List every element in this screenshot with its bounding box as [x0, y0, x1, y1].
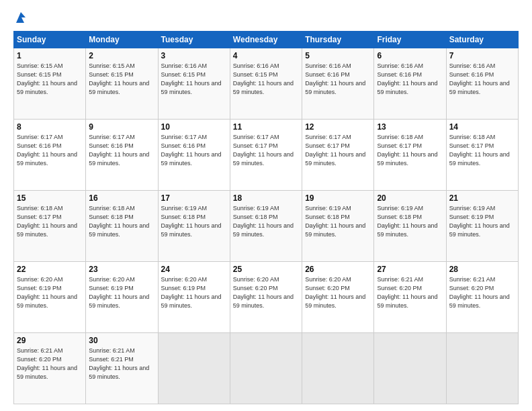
day-number: 12 — [305, 122, 371, 132]
calendar-cell: 3Sunrise: 6:16 AMSunset: 6:15 PMDaylight… — [158, 48, 230, 119]
day-number: 10 — [161, 122, 227, 132]
calendar-cell: 20Sunrise: 6:19 AMSunset: 6:18 PMDayligh… — [374, 190, 446, 261]
calendar-cell: 15Sunrise: 6:18 AMSunset: 6:17 PMDayligh… — [14, 190, 86, 261]
calendar-cell: 22Sunrise: 6:20 AMSunset: 6:19 PMDayligh… — [14, 261, 86, 332]
calendar-cell: 29Sunrise: 6:21 AMSunset: 6:20 PMDayligh… — [14, 332, 86, 404]
calendar-header-friday: Friday — [374, 31, 446, 48]
day-number: 17 — [161, 193, 227, 203]
calendar-week-row: 8Sunrise: 6:17 AMSunset: 6:16 PMDaylight… — [14, 119, 519, 190]
calendar-table: SundayMondayTuesdayWednesdayThursdayFrid… — [13, 31, 519, 404]
day-number: 29 — [17, 336, 83, 345]
day-number: 8 — [17, 122, 83, 132]
day-number: 13 — [377, 122, 443, 132]
day-info: Sunrise: 6:21 AMSunset: 6:20 PMDaylight:… — [377, 275, 443, 310]
day-number: 14 — [449, 122, 515, 132]
calendar-cell: 23Sunrise: 6:20 AMSunset: 6:19 PMDayligh… — [86, 261, 158, 332]
day-info: Sunrise: 6:20 AMSunset: 6:19 PMDaylight:… — [161, 275, 227, 310]
calendar-week-row: 22Sunrise: 6:20 AMSunset: 6:19 PMDayligh… — [14, 261, 519, 332]
day-info: Sunrise: 6:17 AMSunset: 6:16 PMDaylight:… — [89, 133, 154, 168]
logo — [13, 12, 27, 24]
calendar-header-thursday: Thursday — [302, 31, 374, 48]
calendar-cell: 4Sunrise: 6:16 AMSunset: 6:15 PMDaylight… — [230, 48, 302, 119]
calendar-cell: 1Sunrise: 6:15 AMSunset: 6:15 PMDaylight… — [14, 48, 86, 119]
calendar-cell: 28Sunrise: 6:21 AMSunset: 6:20 PMDayligh… — [446, 261, 518, 332]
calendar-cell: 2Sunrise: 6:15 AMSunset: 6:15 PMDaylight… — [86, 48, 158, 119]
day-number: 6 — [377, 51, 443, 60]
calendar-header-row: SundayMondayTuesdayWednesdayThursdayFrid… — [14, 31, 519, 48]
day-number: 3 — [161, 51, 227, 60]
day-info: Sunrise: 6:21 AMSunset: 6:21 PMDaylight:… — [89, 347, 154, 381]
day-number: 28 — [449, 265, 515, 274]
day-number: 26 — [305, 265, 371, 274]
day-info: Sunrise: 6:20 AMSunset: 6:20 PMDaylight:… — [305, 275, 371, 310]
svg-marker-0 — [16, 12, 26, 23]
calendar-header-saturday: Saturday — [446, 31, 518, 48]
day-number: 19 — [305, 193, 371, 203]
day-info: Sunrise: 6:18 AMSunset: 6:17 PMDaylight:… — [17, 204, 83, 239]
day-number: 16 — [89, 193, 154, 203]
calendar-cell: 6Sunrise: 6:16 AMSunset: 6:16 PMDaylight… — [374, 48, 446, 119]
day-info: Sunrise: 6:19 AMSunset: 6:18 PMDaylight:… — [305, 204, 371, 239]
calendar-cell — [230, 332, 302, 404]
calendar-week-row: 29Sunrise: 6:21 AMSunset: 6:20 PMDayligh… — [14, 332, 519, 404]
calendar-cell: 21Sunrise: 6:19 AMSunset: 6:19 PMDayligh… — [446, 190, 518, 261]
calendar-cell: 24Sunrise: 6:20 AMSunset: 6:19 PMDayligh… — [158, 261, 230, 332]
calendar-header-sunday: Sunday — [14, 31, 86, 48]
day-info: Sunrise: 6:21 AMSunset: 6:20 PMDaylight:… — [17, 347, 83, 381]
day-info: Sunrise: 6:15 AMSunset: 6:15 PMDaylight:… — [89, 62, 154, 97]
day-info: Sunrise: 6:17 AMSunset: 6:17 PMDaylight:… — [305, 133, 371, 168]
day-number: 2 — [89, 51, 154, 60]
day-number: 27 — [377, 265, 443, 274]
day-number: 30 — [89, 336, 154, 345]
calendar-cell: 11Sunrise: 6:17 AMSunset: 6:17 PMDayligh… — [230, 119, 302, 190]
day-info: Sunrise: 6:16 AMSunset: 6:16 PMDaylight:… — [449, 62, 515, 97]
day-number: 4 — [233, 51, 299, 60]
day-number: 11 — [233, 122, 299, 132]
calendar-cell: 19Sunrise: 6:19 AMSunset: 6:18 PMDayligh… — [302, 190, 374, 261]
calendar-cell: 10Sunrise: 6:17 AMSunset: 6:16 PMDayligh… — [158, 119, 230, 190]
day-number: 9 — [89, 122, 154, 132]
day-number: 7 — [449, 51, 515, 60]
day-number: 1 — [17, 51, 83, 60]
day-number: 15 — [17, 193, 83, 203]
calendar-cell: 12Sunrise: 6:17 AMSunset: 6:17 PMDayligh… — [302, 119, 374, 190]
calendar-header-tuesday: Tuesday — [158, 31, 230, 48]
day-info: Sunrise: 6:17 AMSunset: 6:16 PMDaylight:… — [161, 133, 227, 168]
day-info: Sunrise: 6:15 AMSunset: 6:15 PMDaylight:… — [17, 62, 83, 97]
calendar-cell: 17Sunrise: 6:19 AMSunset: 6:18 PMDayligh… — [158, 190, 230, 261]
calendar-cell: 7Sunrise: 6:16 AMSunset: 6:16 PMDaylight… — [446, 48, 518, 119]
day-info: Sunrise: 6:16 AMSunset: 6:16 PMDaylight:… — [305, 62, 371, 97]
day-info: Sunrise: 6:19 AMSunset: 6:18 PMDaylight:… — [233, 204, 299, 239]
day-info: Sunrise: 6:16 AMSunset: 6:16 PMDaylight:… — [377, 62, 443, 97]
day-info: Sunrise: 6:20 AMSunset: 6:19 PMDaylight:… — [89, 275, 154, 310]
calendar-cell: 30Sunrise: 6:21 AMSunset: 6:21 PMDayligh… — [86, 332, 158, 404]
logo-text — [13, 12, 27, 26]
day-number: 21 — [449, 193, 515, 203]
day-number: 18 — [233, 193, 299, 203]
day-info: Sunrise: 6:18 AMSunset: 6:17 PMDaylight:… — [377, 133, 443, 168]
calendar-header-wednesday: Wednesday — [230, 31, 302, 48]
day-number: 20 — [377, 193, 443, 203]
day-info: Sunrise: 6:19 AMSunset: 6:18 PMDaylight:… — [377, 204, 443, 239]
calendar-cell: 18Sunrise: 6:19 AMSunset: 6:18 PMDayligh… — [230, 190, 302, 261]
day-info: Sunrise: 6:16 AMSunset: 6:15 PMDaylight:… — [233, 62, 299, 97]
calendar-cell: 16Sunrise: 6:18 AMSunset: 6:18 PMDayligh… — [86, 190, 158, 261]
day-info: Sunrise: 6:17 AMSunset: 6:16 PMDaylight:… — [17, 133, 83, 168]
calendar-week-row: 1Sunrise: 6:15 AMSunset: 6:15 PMDaylight… — [14, 48, 519, 119]
calendar-cell: 8Sunrise: 6:17 AMSunset: 6:16 PMDaylight… — [14, 119, 86, 190]
calendar-cell: 14Sunrise: 6:18 AMSunset: 6:17 PMDayligh… — [446, 119, 518, 190]
day-info: Sunrise: 6:18 AMSunset: 6:17 PMDaylight:… — [449, 133, 515, 168]
day-info: Sunrise: 6:20 AMSunset: 6:19 PMDaylight:… — [17, 275, 83, 310]
day-info: Sunrise: 6:19 AMSunset: 6:19 PMDaylight:… — [449, 204, 515, 239]
day-number: 25 — [233, 265, 299, 274]
calendar-cell: 9Sunrise: 6:17 AMSunset: 6:16 PMDaylight… — [86, 119, 158, 190]
calendar-cell: 26Sunrise: 6:20 AMSunset: 6:20 PMDayligh… — [302, 261, 374, 332]
header — [13, 12, 519, 24]
calendar-header-monday: Monday — [86, 31, 158, 48]
day-info: Sunrise: 6:17 AMSunset: 6:17 PMDaylight:… — [233, 133, 299, 168]
day-number: 5 — [305, 51, 371, 60]
day-info: Sunrise: 6:19 AMSunset: 6:18 PMDaylight:… — [161, 204, 227, 239]
calendar-cell — [446, 332, 518, 404]
page: SundayMondayTuesdayWednesdayThursdayFrid… — [0, 0, 532, 411]
calendar-cell: 5Sunrise: 6:16 AMSunset: 6:16 PMDaylight… — [302, 48, 374, 119]
